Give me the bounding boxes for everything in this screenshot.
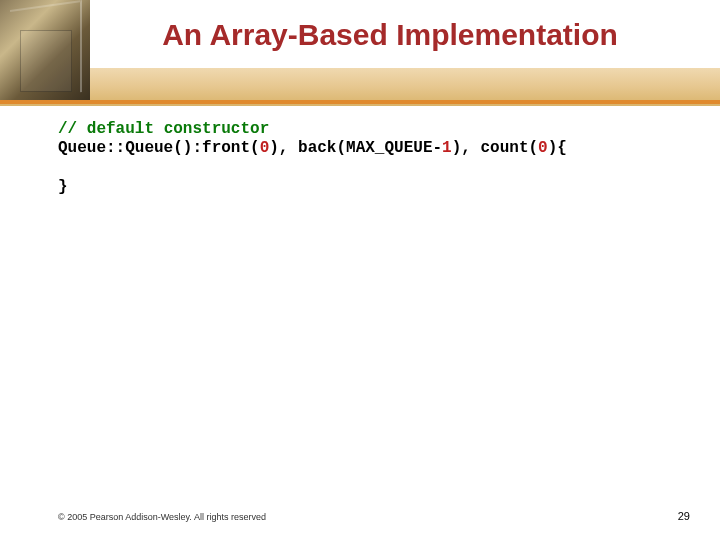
code-close-brace: } bbox=[58, 178, 68, 196]
code-comment-text: default constructor bbox=[87, 120, 269, 138]
code-block: // default constructor Queue::Queue():fr… bbox=[58, 120, 700, 197]
code-literal-one: 1 bbox=[442, 139, 452, 157]
copyright-footer: © 2005 Pearson Addison-Wesley. All right… bbox=[58, 512, 266, 522]
title-bar: An Array-Based Implementation bbox=[0, 0, 720, 70]
code-comment-slashes: // bbox=[58, 120, 87, 138]
slide-header: An Array-Based Implementation bbox=[0, 0, 720, 100]
header-divider-line bbox=[0, 100, 720, 104]
code-literal-zero-1: 0 bbox=[260, 139, 270, 157]
code-line2-part-d: ){ bbox=[548, 139, 567, 157]
code-line2-part-a: Queue::Queue():front( bbox=[58, 139, 260, 157]
code-line2-part-c: ), count( bbox=[452, 139, 538, 157]
page-number: 29 bbox=[678, 510, 690, 522]
code-literal-zero-2: 0 bbox=[538, 139, 548, 157]
slide-title: An Array-Based Implementation bbox=[162, 18, 618, 52]
code-line2-part-b: ), back(MAX_QUEUE- bbox=[269, 139, 442, 157]
